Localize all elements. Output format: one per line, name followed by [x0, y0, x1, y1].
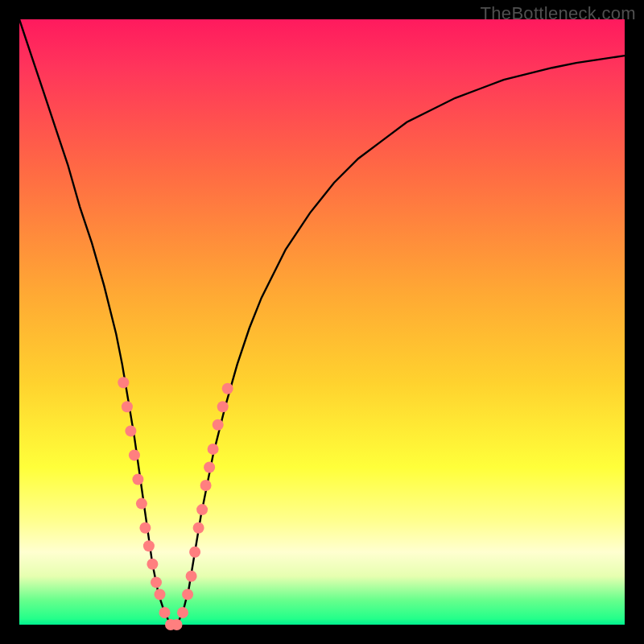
marker-dot — [200, 480, 212, 491]
marker-dot — [122, 401, 133, 412]
bottleneck-curve — [19, 19, 625, 625]
outer-frame: TheBottleneck.com — [0, 0, 644, 644]
marker-dot — [118, 377, 129, 388]
marker-dot — [129, 449, 140, 460]
marker-dot — [189, 547, 200, 558]
marker-dot — [125, 425, 136, 436]
marker-dot — [208, 444, 219, 455]
marker-dot — [193, 522, 204, 534]
marker-dot — [151, 576, 162, 588]
marker-dot — [136, 498, 147, 510]
marker-cluster — [118, 377, 233, 630]
marker-dot — [147, 559, 158, 570]
marker-dot — [159, 607, 171, 618]
marker-dot — [132, 474, 143, 485]
marker-dot — [186, 571, 197, 582]
curve-layer — [19, 19, 625, 625]
marker-dot — [177, 607, 188, 618]
marker-dot — [204, 462, 215, 473]
marker-dot — [139, 522, 151, 534]
watermark-text: TheBottleneck.com — [481, 3, 636, 24]
marker-dot — [182, 588, 193, 600]
marker-dot — [217, 401, 229, 412]
marker-dot — [171, 619, 183, 630]
marker-dot — [213, 419, 224, 431]
marker-dot — [222, 383, 233, 394]
marker-dot — [155, 588, 166, 600]
marker-dot — [143, 540, 155, 551]
marker-dot — [196, 504, 208, 515]
